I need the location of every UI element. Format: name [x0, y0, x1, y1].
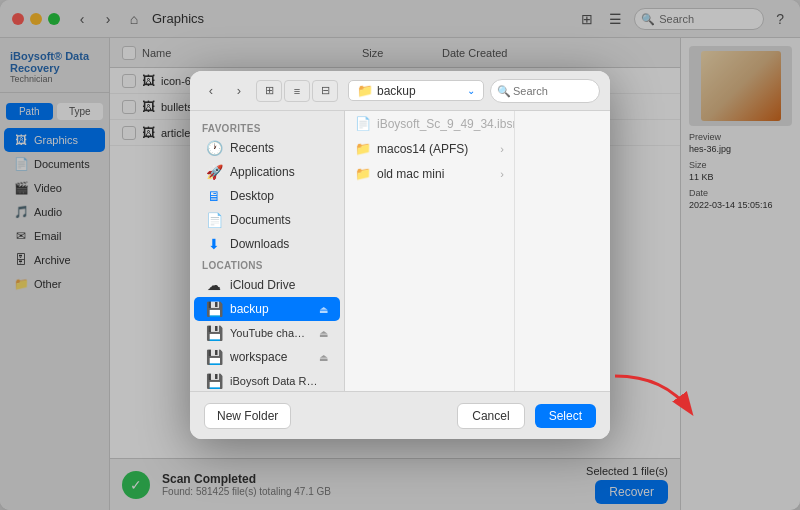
- select-button[interactable]: Select: [535, 404, 596, 428]
- sidebar-item-icloud[interactable]: ☁ iCloud Drive: [194, 273, 340, 297]
- dialog-overlay: ‹ › ⊞ ≡ ⊟ 📁 backup ⌄ 🔍 Favorites: [0, 0, 800, 510]
- workspace-drive-icon: 💾: [206, 349, 222, 365]
- dialog-file-item[interactable]: 📁 old mac mini ›: [345, 161, 514, 186]
- eject-icon: ⏏: [319, 304, 328, 315]
- applications-icon: 🚀: [206, 164, 222, 180]
- eject-icon: ⏏: [319, 352, 328, 363]
- youtube-drive-icon: 💾: [206, 325, 222, 341]
- location-folder-icon: 📁: [357, 83, 373, 98]
- sidebar-item-label: Applications: [230, 165, 295, 179]
- dialog-forward-button[interactable]: ›: [228, 80, 250, 102]
- documents-icon: 📄: [206, 212, 222, 228]
- file-icon: 📄: [355, 116, 371, 131]
- favorites-section-label: Favorites: [190, 119, 344, 136]
- sidebar-item-label: iCloud Drive: [230, 278, 295, 292]
- sidebar-item-label: backup: [230, 302, 269, 316]
- new-folder-button[interactable]: New Folder: [204, 403, 291, 429]
- folder-icon: 📁: [355, 141, 371, 156]
- sidebar-item-label: Documents: [230, 213, 291, 227]
- sidebar-item-label: YouTube channel ba...: [230, 327, 311, 339]
- dialog-body: Favorites 🕐 Recents 🚀 Applications 🖥 Des…: [190, 111, 610, 391]
- dialog-back-button[interactable]: ‹: [200, 80, 222, 102]
- arrow-svg: [605, 366, 705, 426]
- dialog-files: 📄 iBoysoft_Sc_9_49_34.ibsr 📁 macos14 (AP…: [345, 111, 610, 391]
- sidebar-item-documents[interactable]: 📄 Documents: [194, 208, 340, 232]
- dialog-file-column-1: 📄 iBoysoft_Sc_9_49_34.ibsr 📁 macos14 (AP…: [345, 111, 515, 391]
- dialog-search-icon: 🔍: [497, 84, 511, 97]
- backup-drive-icon: 💾: [206, 301, 222, 317]
- sidebar-item-recents[interactable]: 🕐 Recents: [194, 136, 340, 160]
- dialog-sidebar: Favorites 🕐 Recents 🚀 Applications 🖥 Des…: [190, 111, 345, 391]
- dialog-column-view-button[interactable]: ⊟: [312, 80, 338, 102]
- sidebar-item-label: Recents: [230, 141, 274, 155]
- locations-section-label: Locations: [190, 256, 344, 273]
- sidebar-item-desktop[interactable]: 🖥 Desktop: [194, 184, 340, 208]
- sidebar-item-downloads[interactable]: ⬇ Downloads: [194, 232, 340, 256]
- dialog-list-view-button[interactable]: ≡: [284, 80, 310, 102]
- sidebar-item-label: workspace: [230, 350, 287, 364]
- file-item-label: macos14 (APFS): [377, 142, 468, 156]
- sidebar-item-iboysoft[interactable]: 💾 iBoysoft Data Recov...: [194, 369, 340, 391]
- sidebar-item-label: iBoysoft Data Recov...: [230, 375, 320, 387]
- dialog-file-item[interactable]: 📄 iBoysoft_Sc_9_49_34.ibsr: [345, 111, 514, 136]
- dialog-file-column-2: [515, 111, 610, 391]
- dialog-file-item[interactable]: 📁 macos14 (APFS) ›: [345, 136, 514, 161]
- file-item-label: old mac mini: [377, 167, 444, 181]
- cancel-button[interactable]: Cancel: [457, 403, 524, 429]
- recents-icon: 🕐: [206, 140, 222, 156]
- dialog-location-text: backup: [377, 84, 416, 98]
- sidebar-item-workspace[interactable]: 💾 workspace ⏏: [194, 345, 340, 369]
- sidebar-item-youtube[interactable]: 💾 YouTube channel ba... ⏏: [194, 321, 340, 345]
- dialog-search-wrap: 🔍: [490, 79, 600, 103]
- chevron-down-icon: ⌄: [467, 85, 475, 96]
- desktop-icon: 🖥: [206, 188, 222, 204]
- chevron-right-icon: ›: [500, 168, 504, 180]
- dialog-grid-view-button[interactable]: ⊞: [256, 80, 282, 102]
- dialog-footer: New Folder Cancel Select: [190, 391, 610, 439]
- dialog-view-buttons: ⊞ ≡ ⊟: [256, 80, 338, 102]
- file-item-label: iBoysoft_Sc_9_49_34.ibsr: [377, 117, 515, 131]
- icloud-icon: ☁: [206, 277, 222, 293]
- sidebar-item-label: Downloads: [230, 237, 289, 251]
- file-picker-dialog: ‹ › ⊞ ≡ ⊟ 📁 backup ⌄ 🔍 Favorites: [190, 71, 610, 439]
- eject-icon: ⏏: [319, 328, 328, 339]
- sidebar-item-backup[interactable]: 💾 backup ⏏: [194, 297, 340, 321]
- sidebar-item-label: Desktop: [230, 189, 274, 203]
- downloads-icon: ⬇: [206, 236, 222, 252]
- chevron-right-icon: ›: [500, 143, 504, 155]
- sidebar-item-applications[interactable]: 🚀 Applications: [194, 160, 340, 184]
- folder-icon: 📁: [355, 166, 371, 181]
- arrow-indicator: [605, 366, 705, 430]
- dialog-toolbar: ‹ › ⊞ ≡ ⊟ 📁 backup ⌄ 🔍: [190, 71, 610, 111]
- iboysoft-drive-icon: 💾: [206, 373, 222, 389]
- dialog-location-bar[interactable]: 📁 backup ⌄: [348, 80, 484, 101]
